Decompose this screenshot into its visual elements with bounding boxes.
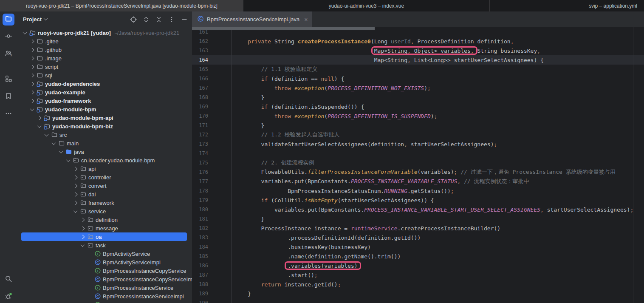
code-line-184[interactable]: 184 .businessKey(businessKey) xyxy=(192,242,644,252)
line-number[interactable]: 174 xyxy=(192,150,208,156)
code-line-182[interactable]: 182 ProcessInstance instance = runtimeSe… xyxy=(192,224,644,233)
line-number[interactable]: 169 xyxy=(192,104,208,110)
chevron-right-icon[interactable] xyxy=(30,48,34,52)
chevron-right-icon[interactable] xyxy=(30,82,34,86)
project-tool-button[interactable] xyxy=(3,14,14,25)
chevron-right-icon[interactable] xyxy=(30,99,34,103)
window-tab-2[interactable]: yudao-ui-admin-vue3 – index.vue xyxy=(243,0,489,11)
chevron-right-icon[interactable] xyxy=(73,201,78,205)
code-editor[interactable]: 161162 private String createProcessInsta… xyxy=(192,27,644,303)
code-line-166[interactable]: 166 if (definition == null) { xyxy=(192,74,644,83)
code-line-185[interactable]: 185 .name(definition.getName().trim()) xyxy=(192,252,644,261)
tree-row-yudao-module-bpm-api[interactable]: yudao-module-bpm-api xyxy=(21,113,187,122)
chevron-right-icon[interactable] xyxy=(30,65,34,69)
line-number[interactable]: 177 xyxy=(192,178,208,184)
line-number[interactable]: 162 xyxy=(192,38,208,44)
chevron-right-icon[interactable] xyxy=(81,218,85,222)
line-number[interactable]: 186 xyxy=(192,263,208,269)
editor-tab[interactable]: C BpmProcessInstanceServiceImpl.java × xyxy=(192,11,312,27)
line-number[interactable]: 164 xyxy=(192,57,208,63)
line-number[interactable]: 168 xyxy=(192,94,208,100)
collapse-all-button[interactable] xyxy=(155,16,162,23)
line-number[interactable]: 188 xyxy=(192,281,208,287)
chevron-down-icon[interactable] xyxy=(52,141,56,145)
code-line-165[interactable]: 165 // 1.1 校验流程定义 xyxy=(192,65,644,74)
code-line-177[interactable]: 177 variables.put(BpmConstants.PROCESS_I… xyxy=(192,177,644,186)
tree-row-src[interactable]: src xyxy=(21,130,187,139)
chevron-right-icon[interactable] xyxy=(81,226,85,230)
tree-row-api[interactable]: api xyxy=(21,164,187,173)
code-line-175[interactable]: 175 // 2. 创建流程实例 xyxy=(192,158,644,167)
tree-row-BpmProcessInstanceCopyService[interactable]: IBpmProcessInstanceCopyService xyxy=(21,266,187,275)
line-number[interactable]: 161 xyxy=(192,29,208,35)
window-tab-active[interactable]: ruoyi-vue-pro-jdk21 – BpmProcessInstance… xyxy=(0,0,243,11)
more-tools-button[interactable] xyxy=(3,108,14,120)
code-line-176[interactable]: 176 FlowableUtils.filterProcessInstanceF… xyxy=(192,167,644,177)
chevron-down-icon[interactable] xyxy=(81,243,85,247)
chevron-down-icon[interactable] xyxy=(45,132,49,136)
tree-row-yudao-dependencies[interactable]: yudao-dependencies xyxy=(21,79,187,88)
tree-row-script[interactable]: script xyxy=(21,62,187,71)
tree-row-main[interactable]: main xyxy=(21,139,187,147)
code-line-187[interactable]: 187 .start(); xyxy=(192,270,644,280)
line-number[interactable]: 175 xyxy=(192,160,208,166)
code-line-164[interactable]: 164 Map<String, List<Long>> startUserSel… xyxy=(192,55,644,65)
line-number[interactable]: 179 xyxy=(192,197,208,203)
locate-file-button[interactable] xyxy=(130,16,137,23)
line-number[interactable]: 171 xyxy=(192,122,208,128)
code-line-162[interactable]: 162 private String createProcessInstance… xyxy=(192,37,644,46)
chevron-down-icon[interactable] xyxy=(66,158,71,162)
pull-requests-tool-button[interactable]: ? xyxy=(3,48,14,60)
chevron-right-icon[interactable] xyxy=(30,73,34,77)
code-line-172[interactable]: 172 // 1.2 校验发起人自选审批人 xyxy=(192,130,644,139)
structure-tool-button[interactable] xyxy=(3,74,14,85)
code-line-181[interactable]: 181 } xyxy=(192,214,644,224)
tree-row-cn.iocoder.yudao.module.bpm[interactable]: cn.iocoder.yudao.module.bpm xyxy=(21,156,187,164)
code-line-173[interactable]: 173 validateStartUserSelectAssignees(def… xyxy=(192,139,644,149)
code-line-179[interactable]: 179 if (CollUtil.isNotEmpty(startUserSel… xyxy=(192,195,644,205)
tree-row-.image[interactable]: .image xyxy=(21,54,187,62)
code-line-174[interactable]: 174 xyxy=(192,149,644,158)
commit-tool-button[interactable] xyxy=(3,31,14,43)
tree-row-BpmProcessInstanceService[interactable]: IBpmProcessInstanceService xyxy=(21,283,187,292)
tree-row-yudao-framework[interactable]: yudao-framework xyxy=(21,96,187,105)
line-number[interactable]: 163 xyxy=(192,48,208,54)
tree-row-java[interactable]: java xyxy=(21,147,187,156)
line-number[interactable]: 181 xyxy=(192,216,208,222)
chevron-right-icon[interactable] xyxy=(73,175,78,179)
window-tab-3[interactable]: svip – application.yml xyxy=(489,0,644,11)
chevron-down-icon[interactable] xyxy=(37,124,42,128)
code-line-186[interactable]: 186 .variables(variables) xyxy=(192,261,644,270)
chevron-right-icon[interactable] xyxy=(30,56,34,60)
code-line-190[interactable]: 190 xyxy=(192,298,644,303)
line-number[interactable]: 185 xyxy=(192,253,208,259)
chevron-right-icon[interactable] xyxy=(73,192,78,196)
line-number[interactable]: 183 xyxy=(192,235,208,241)
chevron-right-icon[interactable] xyxy=(30,39,34,43)
line-number[interactable]: 189 xyxy=(192,291,208,297)
tree-row-convert[interactable]: convert xyxy=(21,181,187,190)
debug-tool-button[interactable] xyxy=(3,291,14,303)
code-line-163[interactable]: 163 Map<String, Object> variables, Strin… xyxy=(192,46,644,55)
code-line-183[interactable]: 183 .processDefinitionId(definition.getI… xyxy=(192,233,644,242)
code-line-178[interactable]: 178 BpmProcessInstanceStatusEnum.RUNNING… xyxy=(192,186,644,195)
tree-row-oa[interactable]: oa xyxy=(21,232,187,241)
chevron-down-icon[interactable] xyxy=(23,30,27,34)
search-everywhere-button[interactable] xyxy=(3,274,14,286)
chevron-down-icon[interactable] xyxy=(44,16,48,20)
code-line-171[interactable]: 171 } xyxy=(192,121,644,130)
chevron-right-icon[interactable] xyxy=(81,235,85,239)
tree-row-BpmProcessInstanceCopyServiceImpl[interactable]: CBpmProcessInstanceCopyServiceImpl xyxy=(21,275,187,283)
chevron-right-icon[interactable] xyxy=(73,167,78,171)
line-number[interactable]: 170 xyxy=(192,113,208,119)
code-line-180[interactable]: 180 variables.put(BpmConstants.PROCESS_I… xyxy=(192,205,644,214)
tree-row-service[interactable]: service xyxy=(21,207,187,215)
chevron-right-icon[interactable] xyxy=(30,90,34,94)
tree-row-task[interactable]: task xyxy=(21,241,187,249)
code-line-188[interactable]: 188 return instance.getId(); xyxy=(192,280,644,289)
tree-row-.gitee[interactable]: .gitee xyxy=(21,37,187,45)
tree-row-BpmActivityService[interactable]: IBpmActivityService xyxy=(21,249,187,258)
tree-row-BpmProcessInstanceServiceImpl[interactable]: CBpmProcessInstanceServiceImpl xyxy=(21,292,187,300)
chevron-right-icon[interactable] xyxy=(37,116,42,120)
line-number[interactable]: 178 xyxy=(192,188,208,194)
